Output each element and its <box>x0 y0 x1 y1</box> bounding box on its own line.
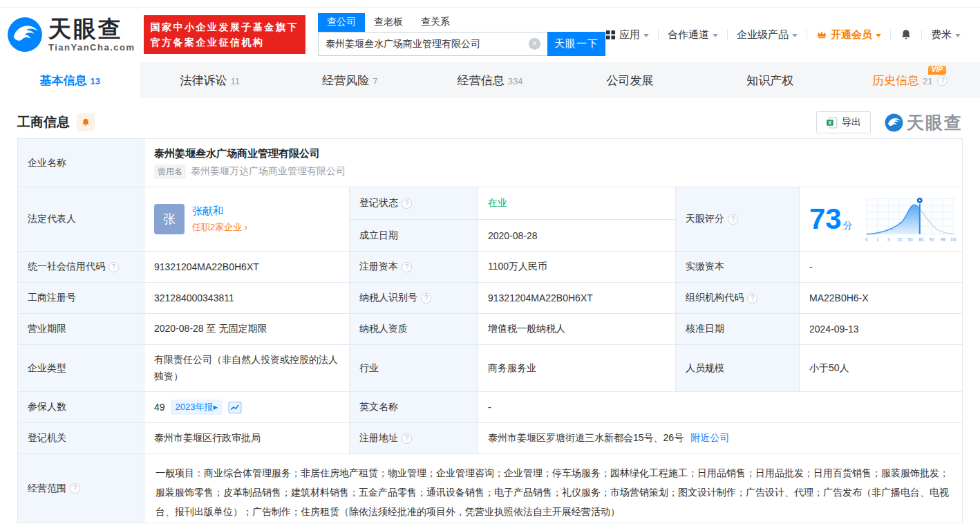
tab-history-info[interactable]: VIP 历史信息 21 ? <box>840 62 980 98</box>
reg-address: 泰州市姜堰区罗塘街道三水新都会15号、26号 <box>488 432 684 445</box>
nav-channel-label: 合作通道 <box>668 28 709 41</box>
bell-icon <box>81 118 91 127</box>
svg-text:1: 1 <box>876 237 879 242</box>
help-icon[interactable]: ? <box>728 214 738 225</box>
apps-grid-icon <box>605 30 616 40</box>
help-icon[interactable]: ? <box>109 262 119 272</box>
search-tabs: 查公司 查老板 查关系 <box>318 13 605 32</box>
search-area: 查公司 查老板 查关系 × 天眼一下 <box>318 13 605 56</box>
tab-business-info[interactable]: 经营信息 334 <box>420 62 560 98</box>
tab-intellectual-property[interactable]: 知识产权 <box>700 62 840 98</box>
field-label: 企业名称 <box>18 139 144 187</box>
score-distribution-chart: 0 1 3 15 50 85 97 99 100 <box>861 194 957 244</box>
svg-text:15: 15 <box>896 237 902 242</box>
gov-badge-line2: 官方备案企业征信机构 <box>151 35 299 50</box>
score-cell: 73分 <box>800 187 963 252</box>
search-tab-company[interactable]: 查公司 <box>318 13 365 32</box>
tab-count: 11 <box>231 76 241 86</box>
top-nav: 应用 合作通道 企业级产品 开通会员 <box>605 28 961 41</box>
chevron-down-icon <box>792 34 798 37</box>
tab-basic-info[interactable]: 基本信息 13 <box>0 62 140 98</box>
nearby-companies-link[interactable]: 附近公司 <box>690 432 729 445</box>
tab-company-development[interactable]: 公司发展 <box>560 62 700 98</box>
help-icon[interactable]: ? <box>402 433 412 444</box>
help-icon[interactable]: ? <box>747 293 757 303</box>
help-icon[interactable]: ? <box>421 293 431 303</box>
search-clear-icon[interactable]: × <box>529 38 540 50</box>
tab-legal-proceedings[interactable]: 法律诉讼 11 <box>140 62 281 98</box>
est-date-cell: 2020-08-28 <box>478 220 676 252</box>
english-name-cell: - <box>478 392 963 423</box>
taxpayer-quality-cell: 增值税一般纳税人 <box>478 314 676 345</box>
chevron-down-icon <box>955 34 961 37</box>
former-name: 泰州姜堰万达广场商业管理有限公司 <box>191 165 346 178</box>
field-label: 参保人数 <box>18 392 144 423</box>
gov-certification-badge: 国家中小企业发展子基金旗下 官方备案企业征信机构 <box>144 15 306 55</box>
field-label: 纳税人资质 <box>350 314 478 345</box>
nav-open-vip[interactable]: 开通会员 <box>816 28 881 41</box>
tianyancha-logo[interactable]: 天眼查 TianYanCha.com <box>7 17 135 53</box>
tianyancha-swirl-icon <box>885 113 903 132</box>
monitor-bell-button[interactable] <box>77 113 95 131</box>
field-label: 注册资本 ? <box>350 252 478 283</box>
nav-channel[interactable]: 合作通道 <box>668 28 718 41</box>
nav-notifications[interactable] <box>900 28 912 41</box>
nav-divider <box>921 30 922 39</box>
field-label: 统一社会信用代码 ? <box>18 252 144 283</box>
field-label: 人员规模 <box>676 345 800 392</box>
help-icon[interactable]: ? <box>402 198 412 209</box>
tab-label: 公司发展 <box>607 73 654 88</box>
svg-text:3: 3 <box>887 237 889 242</box>
annual-report-link[interactable]: 2023年报▸ <box>171 400 223 415</box>
tab-operational-risk[interactable]: 经营风险 7 <box>280 62 420 98</box>
former-name-badge: 曾用名 <box>154 165 186 179</box>
business-scope-cell: 一般项目：商业综合体管理服务；非居住房地产租赁；物业管理；企业管理咨询；企业管理… <box>144 454 963 523</box>
legal-rep-avatar[interactable]: 张 <box>154 204 185 234</box>
watermark-logo: 天眼查 <box>885 111 963 134</box>
company-name[interactable]: 泰州姜堰叁水广场商业管理有限公司 <box>154 147 320 160</box>
section-title: 工商信息 <box>17 113 70 131</box>
legal-rep-cell: 张 张献和 任职2家企业 › <box>144 187 350 252</box>
search-input[interactable] <box>318 32 547 56</box>
svg-text:50: 50 <box>907 237 913 242</box>
nav-user[interactable]: 费米 <box>931 28 961 41</box>
insured-cell: 49 2023年报▸ <box>144 392 350 423</box>
tab-label: 经营信息 <box>458 73 505 88</box>
search-tab-boss[interactable]: 查老板 <box>365 13 412 32</box>
brand-name: 天眼查 <box>48 17 135 40</box>
field-label: 注册地址 ? <box>350 423 478 454</box>
legal-rep-companies-link[interactable]: 任职2家企业 › <box>192 221 247 234</box>
field-label: 核准日期 <box>676 314 800 345</box>
field-label: 法定代表人 <box>18 187 144 252</box>
nav-apps[interactable]: 应用 <box>605 28 649 41</box>
search-tab-relation[interactable]: 查关系 <box>412 13 459 32</box>
field-label: 经营范围 ? <box>18 454 144 523</box>
legal-rep-link[interactable]: 张献和 <box>192 205 247 218</box>
field-label: 成立日期 <box>350 220 478 252</box>
field-label: 天眼评分 ? <box>676 187 800 252</box>
help-icon[interactable]: ? <box>70 483 80 494</box>
export-button[interactable]: X 导出 <box>816 111 871 133</box>
crown-icon <box>816 29 827 40</box>
svg-text:99: 99 <box>940 237 945 242</box>
tab-count: 334 <box>508 76 523 86</box>
help-icon[interactable]: ? <box>937 75 948 86</box>
credit-code-cell: 91321204MA22B0H6XT <box>144 252 350 283</box>
help-icon[interactable]: ? <box>402 262 412 272</box>
nav-divider <box>807 30 807 39</box>
nav-products[interactable]: 企业级产品 <box>737 28 798 41</box>
score-unit: 分 <box>843 220 853 231</box>
search-button[interactable]: 天眼一下 <box>547 32 605 56</box>
field-label: 组织机构代码 ? <box>676 283 800 314</box>
export-label: 导出 <box>842 116 861 129</box>
company-name-cell: 泰州姜堰叁水广场商业管理有限公司 曾用名 泰州姜堰万达广场商业管理有限公司 <box>144 139 963 187</box>
field-label: 工商注册号 <box>18 283 144 314</box>
field-label: 实缴资本 <box>676 252 800 283</box>
site-header: 天眼查 TianYanCha.com 国家中小企业发展子基金旗下 官方备案企业征… <box>0 0 980 62</box>
field-label: 登记机关 <box>18 423 144 454</box>
field-label: 企业类型 <box>18 345 144 392</box>
field-label: 行业 <box>350 345 478 392</box>
field-label: 纳税人识别号 ? <box>350 283 478 314</box>
trend-chart-icon[interactable] <box>228 402 242 413</box>
tab-count: 7 <box>373 76 377 86</box>
